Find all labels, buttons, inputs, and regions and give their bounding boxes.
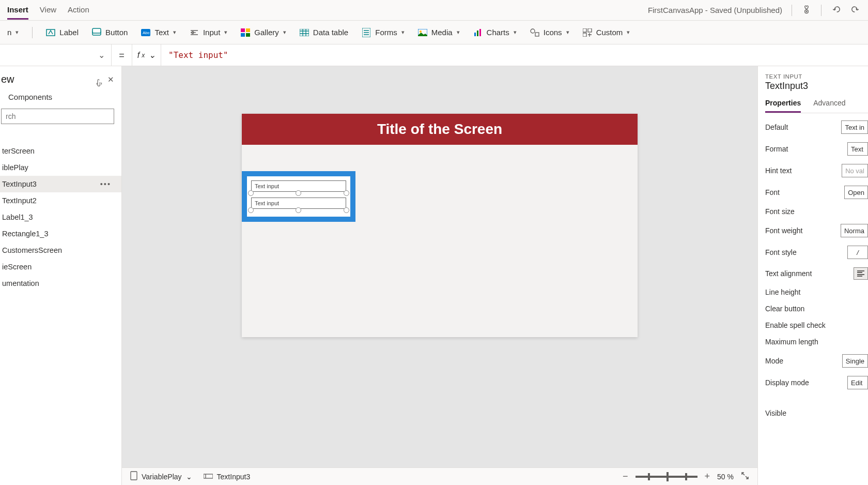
tree-item-iescreen[interactable]: ieScreen [0,259,121,275]
tree-title: ew [1,73,14,85]
svg-rect-8 [246,28,250,32]
zoom-in-button[interactable]: + [705,471,710,482]
svg-rect-23 [131,472,137,480]
status-bar: VariablePlay ⌄ TextInput3 − + 50 % [122,467,757,485]
tree-subtab-components[interactable]: Components [0,88,121,107]
prop-font-style: Font style / [765,246,868,259]
property-selector[interactable]: ⌄ [0,44,112,66]
svg-point-18 [531,29,535,33]
ribbon-button[interactable]: Button [92,28,128,37]
zoom-slider[interactable] [636,476,698,478]
zoom-out-button[interactable]: − [623,471,628,482]
tree-item-umentation[interactable]: umentation [0,275,121,292]
more-options-icon[interactable]: ••• [100,180,117,188]
close-icon[interactable]: ✕ [107,75,114,84]
equals-sign: = [112,44,132,66]
selected-textinput-group[interactable]: Text input Text input [242,171,355,222]
app-screen[interactable]: Title of the Screen Text input Text inpu… [242,114,638,337]
selection-handles-mid[interactable] [251,193,346,195]
tab-properties[interactable]: Properties [765,99,801,113]
prop-font-weight: Font weight Norma [765,224,868,237]
input-icon [190,28,199,37]
prop-font-style-value[interactable]: / [847,246,868,259]
prop-display-mode-value[interactable]: Edit [847,376,868,389]
ribbon-gallery[interactable]: Gallery▾ [241,28,286,37]
canvas-area: Title of the Screen Text input Text inpu… [122,66,757,485]
ribbon-charts[interactable]: Charts▾ [473,28,517,37]
canvas-stage[interactable]: Title of the Screen Text input Text inpu… [122,66,757,467]
align-left-button[interactable] [854,267,868,280]
tree-item-label1-3[interactable]: Label1_3 [0,209,121,225]
tree-item-rectangle1-3[interactable]: Rectangle1_3 [0,225,121,242]
svg-rect-24 [204,474,213,478]
ribbon-icons[interactable]: Icons▾ [530,28,569,37]
health-check-icon[interactable] [801,4,812,17]
prop-line-height: Line height [765,288,868,296]
breadcrumb-screen[interactable]: VariablePlay ⌄ [130,471,192,482]
selection-handles-bottom[interactable] [251,210,346,213]
tree-item-textinput3[interactable]: TextInput3 ••• [0,176,121,192]
tree-search [1,109,114,124]
ribbon-new-screen-dropdown[interactable]: n▾ [7,28,19,37]
prop-enable-spell-check: Enable spell check [765,321,868,329]
search-input[interactable] [1,109,114,124]
svg-point-14 [420,31,422,33]
svg-rect-11 [300,29,309,36]
main-workspace: ew ✕ Components terScreen iblePlay TextI… [0,66,868,485]
label-icon [46,28,55,37]
fit-to-window-icon[interactable] [741,472,749,482]
gallery-icon [241,28,250,37]
app-title: FirstCanvasApp - Saved (Unpublished) [648,6,782,14]
zoom-controls: − + 50 % [623,471,749,482]
tab-advanced[interactable]: Advanced [813,99,845,113]
prop-mode-value[interactable]: Single [842,354,868,368]
prop-format-value[interactable]: Text [847,142,868,156]
tab-view[interactable]: View [40,1,56,20]
tree-item-textinput2[interactable]: TextInput2 [0,192,121,209]
prop-default-value[interactable]: Text in [841,120,868,134]
redo-icon[interactable] [850,4,861,17]
text-icon: Abc [141,28,150,37]
fx-button[interactable]: fx ⌄ [132,44,161,66]
prop-format: Format Text [765,142,868,156]
prop-font-value[interactable]: Open [844,186,868,199]
ribbon-label[interactable]: Label [46,28,79,37]
svg-rect-21 [588,28,592,32]
undo-icon[interactable] [831,4,841,17]
zoom-value: 50 % [717,473,734,481]
forms-icon [362,28,371,37]
svg-rect-22 [583,33,586,37]
prop-display-mode: Display mode Edit [765,376,868,389]
ribbon-media[interactable]: Media▾ [418,28,460,37]
ribbon-input[interactable]: Input▾ [190,28,227,37]
prop-hint-value[interactable]: No val [842,164,868,177]
prop-font-size: Font size [765,207,868,216]
top-menu-bar: Insert View Action FirstCanvasApp - Save… [0,0,868,21]
top-menu-tabs: Insert View Action [7,1,89,20]
tree-item-ibleplay[interactable]: iblePlay [0,159,121,176]
tree-item-customersscreen[interactable]: CustomersScreen [0,242,121,259]
screen-title-label[interactable]: Title of the Screen [242,114,638,145]
svg-rect-16 [477,31,478,36]
properties-tabs: Properties Advanced [765,99,868,113]
prop-font-weight-value[interactable]: Norma [841,224,868,237]
control-type-label: TEXT INPUT [765,73,868,80]
button-icon [92,28,101,37]
prop-mode: Mode Single [765,354,868,368]
prop-clear-button: Clear button [765,305,868,313]
ribbon-data-table[interactable]: Data table [300,28,348,37]
ribbon-custom[interactable]: Custom▾ [583,28,630,37]
prop-visible: Visible [765,409,868,417]
tab-action[interactable]: Action [68,1,89,20]
breadcrumb-control[interactable]: TextInput3 [204,473,251,481]
insert-ribbon: n▾ Label Button Abc Text▾ Input▾ Gallery… [0,21,868,44]
ribbon-forms[interactable]: Forms▾ [362,28,405,37]
ribbon-text[interactable]: Abc Text▾ [141,28,176,37]
separator [792,5,792,16]
tree-item-terscreen[interactable]: terScreen [0,143,121,159]
formula-input[interactable]: "Text input" [161,50,868,60]
prop-text-alignment: Text alignment [765,267,868,280]
data-table-icon [300,28,309,37]
tab-insert[interactable]: Insert [7,1,28,20]
control-name-label[interactable]: TextInput3 [765,81,868,92]
